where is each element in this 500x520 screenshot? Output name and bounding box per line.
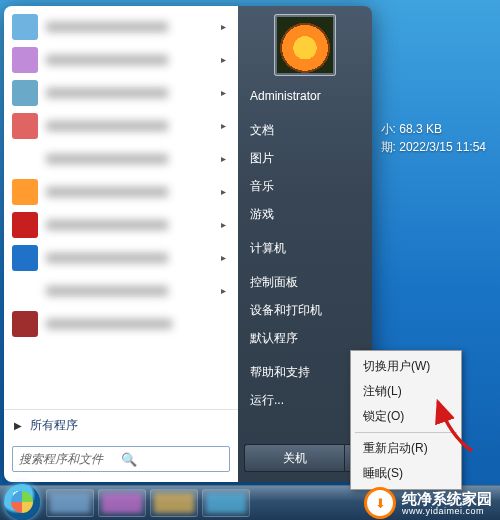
app-icon <box>12 278 38 304</box>
submenu-arrow-icon: ▸ <box>221 219 226 230</box>
app-label <box>46 22 221 32</box>
pinned-app-item[interactable]: ▸ <box>6 76 236 109</box>
submenu-arrow-icon: ▸ <box>221 21 226 32</box>
app-icon <box>12 245 38 271</box>
user-avatar <box>277 17 333 73</box>
pinned-app-item[interactable] <box>6 307 236 340</box>
power-menu-item[interactable]: 注销(L) <box>351 379 461 404</box>
file-date-value: 2022/3/15 11:54 <box>399 140 486 154</box>
pinned-app-item[interactable]: ▸ <box>6 241 236 274</box>
app-label <box>46 187 221 197</box>
right-pane-item[interactable]: 计算机 <box>238 234 372 262</box>
taskbar-pinned-app[interactable] <box>202 489 250 517</box>
app-label <box>46 55 221 65</box>
pinned-list: ▸▸▸▸▸▸▸▸▸ <box>4 6 238 409</box>
search-placeholder: 搜索程序和文件 <box>19 451 121 468</box>
user-avatar-frame[interactable] <box>274 14 336 76</box>
download-icon: ⬇ <box>364 487 396 519</box>
submenu-arrow-icon: ▸ <box>221 186 226 197</box>
pinned-app-item[interactable]: ▸ <box>6 175 236 208</box>
app-label <box>46 319 226 329</box>
power-menu-item[interactable]: 重新启动(R) <box>351 436 461 461</box>
right-pane-item[interactable]: 设备和打印机 <box>238 296 372 324</box>
app-icon <box>12 47 38 73</box>
taskbar-pinned-app[interactable] <box>150 489 198 517</box>
search-input[interactable]: 搜索程序和文件 🔍 <box>12 446 230 472</box>
watermark-url: www.yidaimei.com <box>402 506 492 516</box>
right-pane-item[interactable]: 控制面板 <box>238 268 372 296</box>
power-menu-item[interactable]: 切换用户(W) <box>351 354 461 379</box>
pinned-app-item[interactable]: ▸ <box>6 208 236 241</box>
submenu-arrow-icon: ▸ <box>221 87 226 98</box>
taskbar-pinned-app[interactable] <box>98 489 146 517</box>
app-icon <box>12 311 38 337</box>
submenu-arrow-icon: ▸ <box>221 285 226 296</box>
taskbar-pinned-app[interactable] <box>46 489 94 517</box>
app-icon <box>12 212 38 238</box>
app-label <box>46 220 221 230</box>
file-date-label: 期: <box>381 140 396 154</box>
app-icon <box>12 113 38 139</box>
submenu-arrow-icon: ▸ <box>221 54 226 65</box>
right-pane-item[interactable]: 音乐 <box>238 172 372 200</box>
right-pane-item[interactable]: 文档 <box>238 116 372 144</box>
right-pane-item[interactable]: 图片 <box>238 144 372 172</box>
start-menu-left-pane: ▸▸▸▸▸▸▸▸▸ ▶ 所有程序 搜索程序和文件 🔍 <box>4 6 238 482</box>
start-menu: ▸▸▸▸▸▸▸▸▸ ▶ 所有程序 搜索程序和文件 🔍 Administrator… <box>4 6 372 482</box>
app-label <box>46 88 221 98</box>
shutdown-button[interactable]: 关机 <box>244 444 344 472</box>
pinned-app-item[interactable]: ▸ <box>6 43 236 76</box>
app-icon <box>12 80 38 106</box>
username-label[interactable]: Administrator <box>238 82 372 110</box>
app-icon <box>12 146 38 172</box>
triangle-right-icon: ▶ <box>14 420 22 431</box>
pinned-app-item[interactable]: ▸ <box>6 142 236 175</box>
file-size-value: 68.3 KB <box>399 122 442 136</box>
power-menu-item[interactable]: 锁定(O) <box>351 404 461 429</box>
watermark: ⬇ 纯净系统家园 www.yidaimei.com <box>364 488 492 518</box>
right-pane-item[interactable]: 游戏 <box>238 200 372 228</box>
app-label <box>46 121 221 131</box>
file-tooltip: 小: 68.3 KB 期: 2022/3/15 11:54 <box>381 120 486 156</box>
search-icon: 🔍 <box>121 452 223 467</box>
right-pane-item[interactable]: 默认程序 <box>238 324 372 352</box>
file-size-label: 小: <box>381 122 396 136</box>
start-orb[interactable] <box>4 484 40 520</box>
power-menu-item[interactable]: 睡眠(S) <box>351 461 461 486</box>
pinned-app-item[interactable]: ▸ <box>6 10 236 43</box>
search-row: 搜索程序和文件 🔍 <box>4 440 238 482</box>
app-icon <box>12 14 38 40</box>
watermark-title: 纯净系统家园 <box>402 491 492 506</box>
pinned-app-item[interactable]: ▸ <box>6 109 236 142</box>
app-label <box>46 253 221 263</box>
pinned-app-item[interactable]: ▸ <box>6 274 236 307</box>
app-label <box>46 286 221 296</box>
submenu-arrow-icon: ▸ <box>221 153 226 164</box>
submenu-arrow-icon: ▸ <box>221 252 226 263</box>
all-programs-button[interactable]: ▶ 所有程序 <box>4 409 238 440</box>
app-label <box>46 154 221 164</box>
menu-separator <box>355 432 457 433</box>
app-icon <box>12 179 38 205</box>
submenu-arrow-icon: ▸ <box>221 120 226 131</box>
power-options-menu: 切换用户(W)注销(L)锁定(O) 重新启动(R)睡眠(S) <box>350 350 462 490</box>
all-programs-label: 所有程序 <box>30 417 78 434</box>
